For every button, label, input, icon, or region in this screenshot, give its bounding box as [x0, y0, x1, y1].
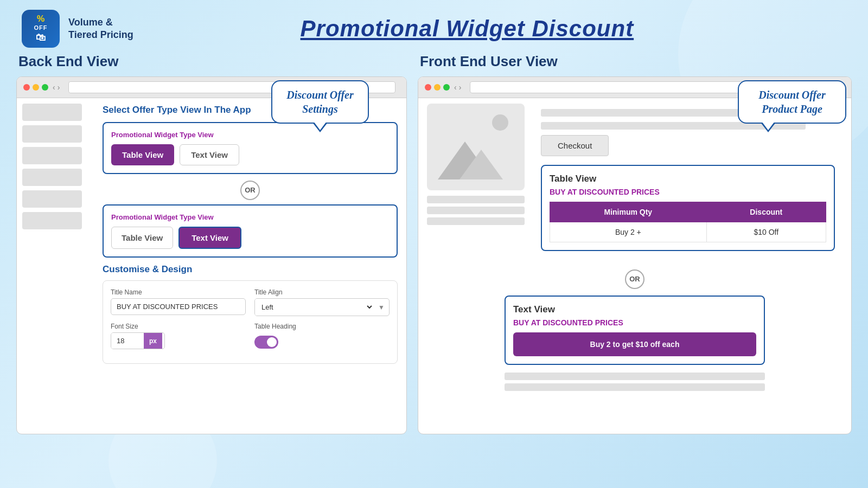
font-size-label: Font Size — [111, 323, 246, 330]
font-size-input-wrap: px — [111, 332, 165, 349]
frontend-main-content: Checkout Table View BUY AT DISCOUNTED PR… — [418, 98, 851, 400]
text-view-widget: Text View BUY AT DISCOUNTED PRICES Buy 2… — [505, 296, 765, 365]
table-view-button-2[interactable]: Table View — [111, 227, 173, 249]
browser-nav[interactable]: ‹ › — [53, 83, 60, 92]
text-view-widget-title: Text View — [513, 304, 756, 315]
text-view-button-2[interactable]: Text View — [178, 227, 241, 249]
widget-type-box-2: Promotional Widget Type View Table View … — [103, 204, 398, 258]
or-circle-1: OR — [240, 181, 260, 200]
product-line-2 — [427, 207, 525, 214]
app-title: Volume & Tiered Pricing — [68, 16, 133, 42]
product-line-3 — [427, 217, 525, 225]
backend-section: Back End View Discount Offer Settings ‹ … — [16, 53, 407, 481]
sidebar-item-5 — [22, 190, 82, 208]
bottom-line-1 — [505, 373, 765, 380]
sidebar-item-1 — [22, 104, 82, 121]
form-row-1: Title Name Title Align Left Center Right — [111, 288, 390, 316]
fe-dot-red — [425, 84, 431, 91]
main-content: Back End View Discount Offer Settings ‹ … — [0, 48, 868, 481]
table-col1-header: Minimum Qty — [550, 202, 707, 222]
frontend-section-title: Front End User View — [418, 53, 852, 70]
table-row-1: Buy 2 + $10 Off — [550, 222, 826, 242]
backend-browser-window: ‹ › Select Offer Type View In The A — [16, 76, 407, 434]
or-circle-2: OR — [625, 269, 644, 289]
logo-off-text: OFF — [34, 24, 48, 31]
sun-icon — [492, 114, 508, 131]
toggle-knob — [267, 337, 277, 347]
page-title: Promotional Widget Discount — [142, 16, 792, 42]
font-size-input[interactable] — [111, 333, 144, 349]
customize-title: Customise & Design — [103, 264, 398, 275]
backend-section-title: Back End View — [16, 53, 407, 70]
sidebar-item-3 — [22, 147, 82, 164]
product-info-area: Checkout Table View BUY AT DISCOUNTED PR… — [533, 104, 843, 263]
backend-panel-content: Select Offer Type View In The App Promot… — [17, 98, 406, 433]
header: % OFF 🛍 Volume & Tiered Pricing Promotio… — [0, 0, 868, 48]
view-buttons-1: Table View Text View — [111, 144, 389, 165]
px-badge: px — [144, 333, 162, 349]
sidebar-item-6 — [22, 212, 82, 229]
or-divider-1: OR — [103, 181, 398, 200]
browser-dots — [23, 84, 48, 91]
fe-dot-green — [443, 84, 450, 91]
frontend-section: Front End User View Discount Offer Produ… — [418, 53, 852, 481]
fe-dot-yellow — [434, 84, 441, 91]
dot-yellow — [33, 84, 39, 91]
table-row1-col1: Buy 2 + — [550, 222, 707, 242]
backend-main-area: Select Offer Type View In The App Promot… — [94, 98, 406, 433]
bottom-line-2 — [505, 383, 765, 391]
frontend-browser-dots — [425, 84, 450, 91]
title-name-group: Title Name — [111, 288, 246, 316]
font-size-group: Font Size px — [111, 323, 246, 349]
dot-green — [42, 84, 48, 91]
select-arrow-icon: ▼ — [374, 304, 389, 311]
table-view-widget: Table View BUY AT DISCOUNTED PRICES Mini… — [541, 165, 835, 251]
sidebar-item-4 — [22, 169, 82, 186]
mountain-icon-2 — [459, 150, 503, 179]
frontend-top-section: Checkout Table View BUY AT DISCOUNTED PR… — [427, 104, 843, 263]
or-divider-2: OR — [427, 269, 843, 289]
backend-sidebar — [17, 98, 87, 433]
text-view-widget-subtitle: BUY AT DISCOUNTED PRICES — [513, 318, 756, 327]
fe-browser-nav[interactable]: ‹ › — [454, 83, 461, 92]
product-line-1 — [427, 196, 525, 203]
frontend-browser-window: ‹ › — [418, 76, 852, 434]
discount-offer-product-callout: Discount Offer Product Page — [738, 80, 846, 124]
title-align-label: Title Align — [254, 288, 390, 296]
table-heading-toggle[interactable] — [254, 336, 278, 349]
table-view-table: Minimum Qty Discount Buy 2 + $10 Off — [550, 202, 826, 242]
text-view-button-1[interactable]: Text View — [180, 144, 239, 165]
logo-bag-icon: 🛍 — [36, 32, 46, 43]
text-view-offer-button[interactable]: Buy 2 to get $10 off each — [513, 332, 756, 356]
title-align-select[interactable]: Left Center Right — [255, 299, 374, 316]
title-align-select-wrap: Left Center Right ▼ — [254, 298, 390, 316]
nav-forward-icon[interactable]: › — [58, 83, 60, 92]
title-align-group: Title Align Left Center Right ▼ — [254, 288, 390, 316]
product-image-area — [427, 104, 525, 263]
table-heading-label: Table Heading — [254, 323, 390, 330]
table-col2-header: Discount — [706, 202, 826, 222]
logo-percent-icon: % — [37, 15, 44, 23]
view-buttons-2: Table View Text View — [111, 227, 389, 249]
discount-offer-settings-callout: Discount Offer Settings — [271, 80, 369, 124]
title-name-label: Title Name — [111, 288, 246, 296]
fe-nav-back-icon[interactable]: ‹ — [454, 83, 457, 92]
app-logo: % OFF 🛍 — [22, 10, 60, 48]
customize-box: Title Name Title Align Left Center Right — [103, 280, 398, 364]
table-view-widget-subtitle: BUY AT DISCOUNTED PRICES — [550, 188, 826, 196]
nav-back-icon[interactable]: ‹ — [53, 83, 55, 92]
fe-nav-forward-icon[interactable]: › — [459, 83, 462, 92]
title-name-input[interactable] — [111, 298, 246, 315]
product-image-placeholder — [427, 104, 525, 190]
table-view-button-1[interactable]: Table View — [111, 144, 174, 165]
checkout-button[interactable]: Checkout — [541, 135, 609, 156]
widget-type-box-1: Promotional Widget Type View Table View … — [103, 122, 398, 174]
table-row1-col2: $10 Off — [706, 222, 826, 242]
dot-red — [23, 84, 30, 91]
widget-type-label-1: Promotional Widget Type View — [111, 131, 389, 139]
sidebar-item-2 — [22, 125, 82, 143]
toggle-wrap[interactable] — [254, 332, 390, 349]
table-heading-group: Table Heading — [254, 323, 390, 349]
widget-type-label-2: Promotional Widget Type View — [111, 213, 389, 221]
table-view-widget-title: Table View — [550, 174, 826, 184]
